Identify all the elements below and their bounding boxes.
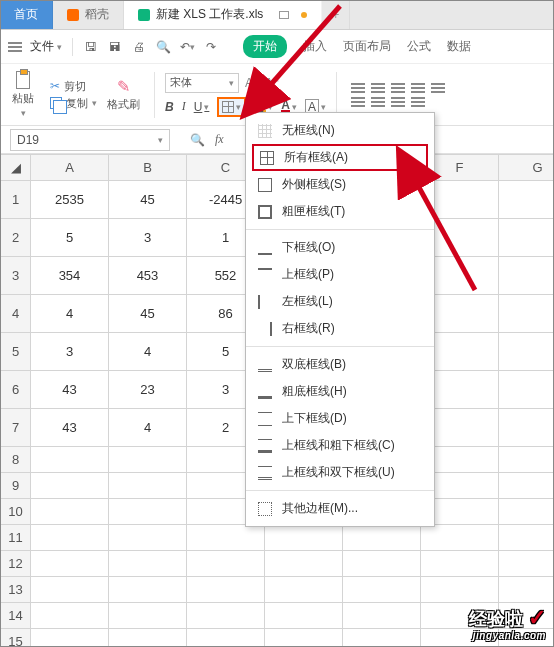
tab-daoke[interactable]: 稻壳 — [53, 0, 124, 29]
row-header[interactable]: 5 — [1, 333, 31, 371]
menu-item-outside-border[interactable]: 外侧框线(S) — [246, 171, 434, 198]
ribbon-tab-layout[interactable]: 页面布局 — [343, 38, 391, 55]
cell[interactable] — [31, 551, 109, 577]
cell[interactable] — [31, 473, 109, 499]
select-all-corner[interactable]: ◢ — [1, 155, 31, 181]
fx-label[interactable]: fx — [215, 132, 224, 147]
cell[interactable]: 5 — [31, 219, 109, 257]
cell[interactable]: 23 — [109, 371, 187, 409]
tab-document[interactable]: 新建 XLS 工作表.xls — [124, 0, 322, 29]
cell[interactable] — [109, 447, 187, 473]
row-header[interactable]: 10 — [1, 499, 31, 525]
menu-item-top-border[interactable]: 上框线(P) — [246, 261, 434, 288]
tab-home[interactable]: 首页 — [0, 0, 53, 29]
cell[interactable] — [499, 473, 555, 499]
save-as-icon[interactable]: 🖬 — [107, 39, 123, 55]
cell[interactable] — [499, 333, 555, 371]
merge-button[interactable] — [411, 97, 425, 107]
cell[interactable]: 4 — [109, 409, 187, 447]
border-dropdown-button[interactable]: ▾ — [217, 97, 246, 117]
cell[interactable] — [421, 525, 499, 551]
cell[interactable] — [499, 447, 555, 473]
cell[interactable] — [499, 257, 555, 295]
cell[interactable]: 4 — [109, 333, 187, 371]
cell[interactable] — [109, 629, 187, 648]
print-icon[interactable]: 🖨 — [131, 39, 147, 55]
cell[interactable] — [343, 629, 421, 648]
cell[interactable] — [499, 525, 555, 551]
save-icon[interactable]: 🖫 — [83, 39, 99, 55]
cell[interactable] — [499, 219, 555, 257]
cell[interactable] — [343, 603, 421, 629]
row-header[interactable]: 15 — [1, 629, 31, 648]
row-header[interactable]: 12 — [1, 551, 31, 577]
ribbon-tab-data[interactable]: 数据 — [447, 38, 471, 55]
cell[interactable] — [109, 603, 187, 629]
paste-button[interactable]: 粘贴▾ — [8, 69, 38, 120]
cell[interactable] — [31, 447, 109, 473]
cell[interactable] — [265, 603, 343, 629]
cell[interactable] — [31, 629, 109, 648]
menu-item-top-bottom[interactable]: 上下框线(D) — [246, 405, 434, 432]
format-painter-button[interactable]: 格式刷 — [103, 75, 144, 114]
menu-item-top-double-bottom[interactable]: 上框线和双下框线(U) — [246, 459, 434, 486]
indent-decrease-button[interactable] — [411, 83, 425, 93]
cell[interactable] — [109, 577, 187, 603]
indent-increase-button[interactable] — [431, 83, 445, 93]
cell[interactable] — [499, 551, 555, 577]
cell[interactable] — [31, 577, 109, 603]
row-header[interactable]: 1 — [1, 181, 31, 219]
cell[interactable] — [265, 525, 343, 551]
increase-font-button[interactable]: A⁺ — [245, 76, 259, 90]
cell[interactable] — [499, 371, 555, 409]
row-header[interactable]: 11 — [1, 525, 31, 551]
col-header[interactable]: A — [31, 155, 109, 181]
cell[interactable]: 354 — [31, 257, 109, 295]
cell[interactable]: 43 — [31, 371, 109, 409]
cell[interactable] — [343, 525, 421, 551]
italic-button[interactable]: I — [182, 99, 186, 114]
menu-item-top-thick-bottom[interactable]: 上框线和粗下框线(C) — [246, 432, 434, 459]
cell[interactable] — [499, 499, 555, 525]
row-header[interactable]: 3 — [1, 257, 31, 295]
cell[interactable] — [187, 551, 265, 577]
cell[interactable] — [421, 577, 499, 603]
cell[interactable] — [343, 577, 421, 603]
row-header[interactable]: 7 — [1, 409, 31, 447]
menu-item-right-border[interactable]: 右框线(R) — [246, 315, 434, 342]
tab-new[interactable]: + — [322, 0, 350, 29]
cell[interactable]: 3 — [31, 333, 109, 371]
row-header[interactable]: 13 — [1, 577, 31, 603]
align-right-button[interactable] — [391, 97, 405, 107]
cell[interactable] — [421, 551, 499, 577]
align-center-button[interactable] — [371, 97, 385, 107]
underline-button[interactable]: U▾ — [194, 100, 210, 114]
window-restore-icon[interactable] — [279, 11, 289, 19]
ribbon-tab-start[interactable]: 开始 — [243, 35, 287, 58]
row-header[interactable]: 14 — [1, 603, 31, 629]
decrease-font-button[interactable]: A⁻ — [265, 76, 279, 90]
cell[interactable]: 4 — [31, 295, 109, 333]
cell[interactable] — [187, 525, 265, 551]
cell[interactable]: 45 — [109, 295, 187, 333]
col-header[interactable]: G — [499, 155, 555, 181]
cell[interactable] — [109, 525, 187, 551]
ribbon-tab-insert[interactable]: 插入 — [303, 38, 327, 55]
cell[interactable] — [31, 525, 109, 551]
row-header[interactable]: 2 — [1, 219, 31, 257]
cell[interactable] — [187, 629, 265, 648]
undo-icon[interactable]: ↶▾ — [179, 39, 195, 55]
cell[interactable] — [265, 629, 343, 648]
row-header[interactable]: 6 — [1, 371, 31, 409]
name-box[interactable]: D19 ▾ — [10, 129, 170, 151]
fill-color-button[interactable]: ◢▾ — [254, 101, 273, 113]
copy-button[interactable]: 复制▾ — [50, 96, 97, 111]
cut-button[interactable]: 剪切 — [50, 79, 97, 94]
bold-button[interactable]: B — [165, 100, 174, 114]
ribbon-tab-formula[interactable]: 公式 — [407, 38, 431, 55]
cell[interactable]: 45 — [109, 181, 187, 219]
cell[interactable] — [109, 499, 187, 525]
col-header[interactable]: B — [109, 155, 187, 181]
cell[interactable] — [31, 499, 109, 525]
cell[interactable] — [499, 181, 555, 219]
